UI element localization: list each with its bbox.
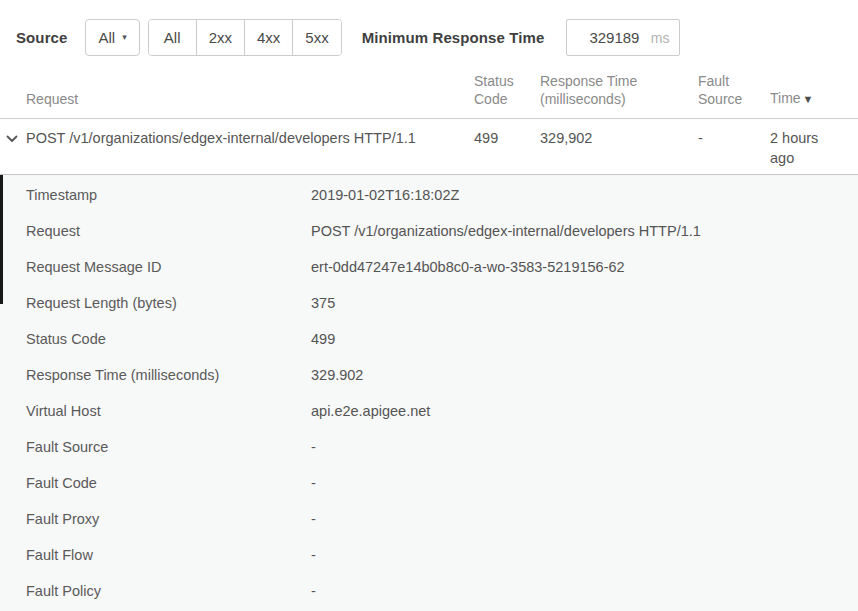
detail-row-request-message-id: Request Message ID ert-0dd47247e14b0b8c0…: [0, 249, 858, 285]
detail-value: 375: [311, 295, 335, 311]
chevron-down-icon[interactable]: [4, 132, 20, 146]
status-filter-2xx[interactable]: 2xx: [196, 20, 244, 55]
source-label: Source: [16, 29, 67, 46]
status-filter-5xx[interactable]: 5xx: [292, 20, 340, 55]
detail-row-fault-proxy: Fault Proxy -: [0, 501, 858, 537]
detail-label: Status Code: [0, 331, 311, 347]
detail-row-timestamp: Timestamp 2019-01-02T16:18:02Z: [0, 177, 858, 213]
table-header: Request Status Code Response Time (milli…: [0, 62, 858, 119]
detail-label: Fault Proxy: [0, 511, 311, 527]
column-header-response-time: Response Time (milliseconds): [540, 72, 698, 108]
detail-value: 499: [311, 331, 335, 347]
detail-label: Timestamp: [0, 187, 311, 203]
detail-value: -: [311, 475, 316, 491]
source-dropdown[interactable]: All ▾: [85, 19, 139, 56]
row-time: 2 hours ago: [770, 128, 858, 168]
detail-label: Request Length (bytes): [0, 295, 311, 311]
source-dropdown-value: All: [98, 29, 115, 46]
row-response-time: 329,902: [540, 128, 698, 168]
ms-unit-label: ms: [651, 30, 670, 46]
row-status-code: 499: [474, 128, 540, 168]
detail-row-fault-code: Fault Code -: [0, 465, 858, 501]
detail-row-status-code: Status Code 499: [0, 321, 858, 357]
detail-label: Fault Flow: [0, 547, 311, 563]
status-filter-4xx[interactable]: 4xx: [244, 20, 292, 55]
min-response-time-field: ms: [566, 19, 680, 56]
sort-desc-icon: ▼: [803, 93, 814, 105]
detail-value: api.e2e.apigee.net: [311, 403, 430, 419]
chevron-down-icon: ▾: [122, 33, 127, 42]
detail-row-fault-source: Fault Source -: [0, 429, 858, 465]
detail-label: Fault Source: [0, 439, 311, 455]
detail-value: ert-0dd47247e14b0b8c0-a-wo-3583-5219156-…: [311, 259, 625, 275]
row-fault-source: -: [698, 128, 770, 168]
detail-row-response-time: Response Time (milliseconds) 329.902: [0, 357, 858, 393]
column-header-request: Request: [0, 90, 474, 108]
detail-label: Request Message ID: [0, 259, 311, 275]
detail-label: Virtual Host: [0, 403, 311, 419]
detail-row-fault-policy: Fault Policy -: [0, 573, 858, 609]
detail-label: Fault Policy: [0, 583, 311, 599]
row-request: POST /v1/organizations/edgex-internal/de…: [0, 128, 474, 168]
min-response-time-input[interactable]: [567, 29, 650, 46]
detail-label: Request: [0, 223, 311, 239]
filter-bar: Source All ▾ All 2xx 4xx 5xx Minimum Res…: [0, 0, 858, 62]
detail-value: 329.902: [311, 367, 363, 383]
detail-row-fault-flow: Fault Flow -: [0, 537, 858, 573]
detail-label: Response Time (milliseconds): [0, 367, 311, 383]
detail-row-request: Request POST /v1/organizations/edgex-int…: [0, 213, 858, 249]
column-header-status-code: Status Code: [474, 72, 540, 108]
detail-value: -: [311, 583, 316, 599]
detail-label: Fault Code: [0, 475, 311, 491]
column-header-fault-source: Fault Source: [698, 72, 770, 108]
status-filter-all[interactable]: All: [149, 20, 196, 55]
log-table-row[interactable]: POST /v1/organizations/edgex-internal/de…: [0, 119, 858, 174]
scrollbar-thumb[interactable]: [0, 175, 3, 304]
log-detail-panel: Timestamp 2019-01-02T16:18:02Z Request P…: [0, 174, 858, 611]
detail-row-virtual-host: Virtual Host api.e2e.apigee.net: [0, 393, 858, 429]
min-response-time-label: Minimum Response Time: [362, 29, 545, 46]
column-header-time[interactable]: Time▼: [770, 89, 858, 108]
detail-value: -: [311, 547, 316, 563]
detail-value: POST /v1/organizations/edgex-internal/de…: [311, 223, 701, 239]
detail-value: -: [311, 511, 316, 527]
detail-row-request-length: Request Length (bytes) 375: [0, 285, 858, 321]
status-code-filter: All 2xx 4xx 5xx: [148, 19, 342, 56]
detail-value: 2019-01-02T16:18:02Z: [311, 187, 459, 203]
detail-value: -: [311, 439, 316, 455]
